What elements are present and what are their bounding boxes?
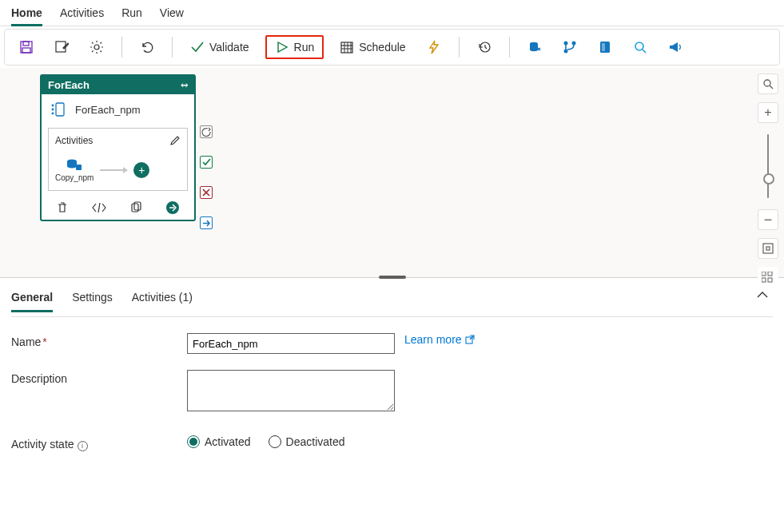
name-input[interactable] (187, 333, 395, 354)
inner-title: Activities (55, 135, 93, 146)
svg-rect-31 (763, 244, 773, 253)
status-skip-icon[interactable] (200, 125, 213, 138)
undo-button[interactable] (135, 37, 159, 58)
toolbar-separator (459, 37, 460, 58)
inner-activities-box: Activities Copy_npm + (48, 128, 188, 191)
list-icon (50, 101, 67, 118)
delete-icon[interactable] (56, 201, 69, 214)
svg-rect-25 (76, 165, 82, 170)
notebook-button[interactable] (593, 37, 617, 58)
activity-state-row: Activity statei Activated Deactivated (11, 435, 773, 451)
calendar-icon (340, 40, 354, 54)
zoom-in-button[interactable]: + (758, 102, 778, 123)
svg-point-18 (635, 42, 643, 50)
description-input[interactable] (187, 370, 395, 411)
activity-state-label: Activity statei (11, 435, 187, 451)
expand-icon[interactable]: ⤢ (178, 79, 191, 92)
zoom-slider-thumb[interactable] (763, 173, 774, 185)
learn-more-link[interactable]: Learn more (404, 333, 475, 346)
validate-button[interactable]: Validate (185, 37, 254, 58)
svg-rect-33 (762, 272, 766, 276)
panel-tab-settings[interactable]: Settings (72, 291, 113, 312)
external-link-icon (465, 335, 475, 344)
toolbar-separator (121, 37, 122, 58)
svg-rect-1 (23, 42, 29, 46)
save-icon (19, 40, 34, 54)
canvas-search-button[interactable] (758, 73, 778, 94)
radio-circle-icon (187, 435, 200, 448)
copy-database-icon (66, 157, 83, 172)
fit-button[interactable] (758, 238, 778, 259)
save-as-icon (54, 40, 69, 54)
svg-point-4 (94, 45, 99, 50)
svg-line-30 (770, 85, 773, 89)
radio-deactivated[interactable]: Deactivated (269, 435, 345, 448)
info-icon[interactable]: i (78, 441, 88, 451)
add-activity-button[interactable]: + (133, 162, 149, 178)
go-icon[interactable] (165, 200, 180, 215)
panel-tab-activities[interactable]: Activities (1) (132, 291, 193, 312)
notebook-icon (598, 40, 612, 54)
svg-rect-2 (22, 48, 30, 53)
status-success-icon[interactable] (200, 156, 213, 169)
tab-view[interactable]: View (160, 3, 184, 26)
save-button[interactable] (14, 37, 38, 58)
copy-icon[interactable] (129, 201, 142, 214)
pencil-icon[interactable] (169, 135, 181, 146)
svg-point-15 (563, 50, 567, 54)
megaphone-icon (668, 40, 683, 54)
branch-button[interactable] (558, 37, 582, 58)
card-title: ForEach (48, 79, 90, 91)
panel-tab-general[interactable]: General (11, 291, 53, 312)
schedule-button[interactable]: Schedule (335, 37, 410, 58)
zoom-slider-track[interactable] (767, 134, 769, 198)
svg-point-21 (52, 105, 54, 107)
card-footer (42, 196, 194, 220)
copy-node-label: Copy_npm (55, 173, 94, 182)
panel-tabs: General Settings Activities (1) (11, 278, 773, 317)
status-connectors (199, 125, 213, 229)
menu-tabs: Home Activities Run View (0, 0, 784, 26)
radio-activated[interactable]: Activated (187, 435, 251, 448)
trigger-button[interactable] (422, 37, 446, 58)
code-icon[interactable] (92, 202, 106, 213)
announce-button[interactable] (663, 37, 687, 58)
run-label: Run (294, 41, 315, 54)
card-name: ForEach_npm (75, 104, 141, 116)
zoom-out-button[interactable]: − (758, 209, 778, 230)
radio-deactivated-label: Deactivated (286, 435, 345, 448)
svg-point-14 (571, 42, 575, 46)
svg-point-29 (764, 80, 770, 86)
svg-point-23 (52, 113, 54, 115)
foreach-activity-card[interactable]: ForEach ⤢ ForEach_npm Activities Copy_np… (40, 74, 196, 221)
activity-state-text: Activity state (11, 438, 74, 451)
pipeline-canvas[interactable]: ForEach ⤢ ForEach_npm Activities Copy_np… (0, 68, 784, 278)
svg-rect-17 (602, 43, 605, 51)
history-icon (477, 40, 491, 54)
settings-button[interactable] (85, 37, 109, 58)
status-completion-icon[interactable] (200, 216, 213, 229)
data-button[interactable] (523, 37, 547, 58)
radio-circle-icon (269, 435, 281, 448)
tab-run[interactable]: Run (121, 3, 142, 26)
properties-panel: General Settings Activities (1) Name* Le… (0, 278, 784, 451)
search-button[interactable] (628, 37, 652, 58)
card-header[interactable]: ForEach ⤢ (42, 76, 194, 94)
copy-activity-node[interactable]: Copy_npm (55, 157, 94, 182)
toolbar-separator (172, 37, 173, 58)
tab-activities[interactable]: Activities (60, 3, 104, 26)
radio-activated-label: Activated (205, 435, 251, 448)
toolbar-separator (509, 37, 510, 58)
play-icon (275, 40, 289, 54)
collapse-panel-button[interactable] (757, 291, 768, 299)
search-icon (633, 40, 647, 54)
tab-home[interactable]: Home (11, 3, 42, 26)
save-as-button[interactable] (50, 37, 74, 58)
run-button[interactable]: Run (265, 35, 324, 59)
svg-line-19 (643, 50, 646, 53)
flow-arrow (100, 169, 127, 171)
status-fail-icon[interactable] (200, 186, 213, 199)
svg-rect-34 (768, 272, 772, 276)
svg-point-13 (563, 42, 567, 46)
history-button[interactable] (472, 37, 496, 58)
